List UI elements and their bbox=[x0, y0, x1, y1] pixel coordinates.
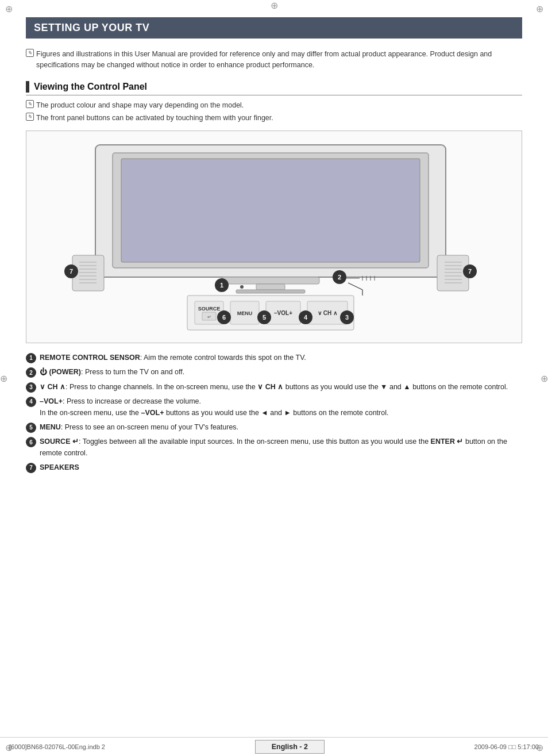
bullet-num-1: 1 bbox=[26, 353, 36, 363]
bullet-text-7: SPEAKERS bbox=[40, 462, 522, 473]
section-note-2: ✎ The front panel buttons can be activat… bbox=[26, 113, 522, 124]
reg-mark-tr: ⊕ bbox=[534, 3, 545, 14]
footer-right: 2009-06-09 □□ 5:17:00 bbox=[474, 743, 539, 750]
bullet-text-3: ∨ CH ∧: Press to change channels. In the… bbox=[40, 382, 522, 393]
footer-left: [6000]BN68-02076L-00Eng.indb 2 bbox=[9, 743, 105, 750]
bullet-text-6: SOURCE ↵: Toggles between all the availa… bbox=[40, 436, 522, 459]
crosshair-left: ⊕ bbox=[0, 373, 7, 383]
section-note-text-2: The front panel buttons can be activated… bbox=[36, 113, 273, 124]
bullet-text-1: REMOTE CONTROL SENSOR: Aim the remote co… bbox=[40, 352, 522, 363]
title-left-bar bbox=[26, 81, 29, 93]
svg-text:7: 7 bbox=[70, 268, 73, 275]
svg-line-56 bbox=[348, 283, 362, 290]
bullet-text-5: MENU: Press to see an on-screen menu of … bbox=[40, 422, 522, 433]
section-note-text-1: The product colour and shape may vary de… bbox=[36, 100, 244, 111]
bullet-num-7: 7 bbox=[26, 463, 36, 473]
svg-rect-12 bbox=[236, 290, 305, 293]
svg-text:MENU: MENU bbox=[237, 310, 253, 316]
bullet-item-6: 6 SOURCE ↵: Toggles between all the avai… bbox=[26, 436, 522, 459]
bullet-num-2: 2 bbox=[26, 367, 36, 378]
note-icon-intro: ✎ bbox=[26, 49, 34, 57]
svg-rect-2 bbox=[121, 159, 420, 262]
svg-text:–VOL+: –VOL+ bbox=[274, 310, 292, 316]
crosshair-right: ⊕ bbox=[541, 373, 548, 383]
reg-mark-tl: ⊕ bbox=[3, 3, 14, 14]
bullet-num-6: 6 bbox=[26, 437, 36, 447]
crosshair-top: ⊕ bbox=[271, 0, 278, 11]
bullet-item-7: 7 SPEAKERS bbox=[26, 462, 522, 473]
svg-text:4: 4 bbox=[304, 314, 308, 321]
bullet-text-4: –VOL+: Press to increase or decrease the… bbox=[40, 396, 522, 419]
bullet-item-1: 1 REMOTE CONTROL SENSOR: Aim the remote … bbox=[26, 352, 522, 363]
svg-text:5: 5 bbox=[263, 314, 266, 321]
svg-rect-11 bbox=[256, 284, 285, 290]
svg-rect-10 bbox=[222, 277, 319, 284]
svg-text:∨ CH ∧: ∨ CH ∧ bbox=[318, 310, 337, 316]
page-footer: [6000]BN68-02076L-00Eng.indb 2 English -… bbox=[0, 737, 548, 756]
bullet-item-5: 5 MENU: Press to see an on-screen menu o… bbox=[26, 422, 522, 433]
footer-center: English - 2 bbox=[255, 740, 325, 754]
subsection-title: Viewing the Control Panel bbox=[34, 82, 147, 92]
bullet-item-4: 4 –VOL+: Press to increase or decrease t… bbox=[26, 396, 522, 419]
bullet-num-3: 3 bbox=[26, 382, 36, 393]
svg-text:SOURCE: SOURCE bbox=[198, 306, 221, 312]
intro-note-text: Figures and illustrations in this User M… bbox=[36, 49, 522, 71]
svg-text:1: 1 bbox=[220, 282, 223, 289]
tv-illustration: SAMSUNG bbox=[32, 140, 509, 336]
note-icon-1: ✎ bbox=[26, 100, 34, 108]
svg-text:3: 3 bbox=[345, 314, 349, 321]
section-note-1: ✎ The product colour and shape may vary … bbox=[26, 100, 522, 111]
bullet-text-2: ⏻ (POWER): Press to turn the TV on and o… bbox=[40, 367, 522, 378]
bullet-item-3: 3 ∨ CH ∧: Press to change channels. In t… bbox=[26, 382, 522, 393]
control-descriptions: 1 REMOTE CONTROL SENSOR: Aim the remote … bbox=[26, 352, 522, 473]
bullet-num-4: 4 bbox=[26, 397, 36, 407]
bullet-num-5: 5 bbox=[26, 423, 36, 433]
svg-text:↵: ↵ bbox=[207, 314, 211, 320]
svg-text:7: 7 bbox=[468, 268, 472, 275]
svg-point-4 bbox=[240, 285, 244, 289]
section-header: SETTING UP YOUR TV bbox=[26, 17, 522, 39]
bullet-item-2: 2 ⏻ (POWER): Press to turn the TV on and… bbox=[26, 367, 522, 378]
intro-note: ✎ Figures and illustrations in this User… bbox=[26, 49, 522, 71]
svg-text:6: 6 bbox=[222, 314, 226, 321]
note-icon-2: ✎ bbox=[26, 113, 34, 121]
tv-diagram: SAMSUNG bbox=[26, 131, 522, 343]
svg-text:2: 2 bbox=[338, 274, 341, 281]
section-title-bar: Viewing the Control Panel bbox=[26, 81, 522, 95]
